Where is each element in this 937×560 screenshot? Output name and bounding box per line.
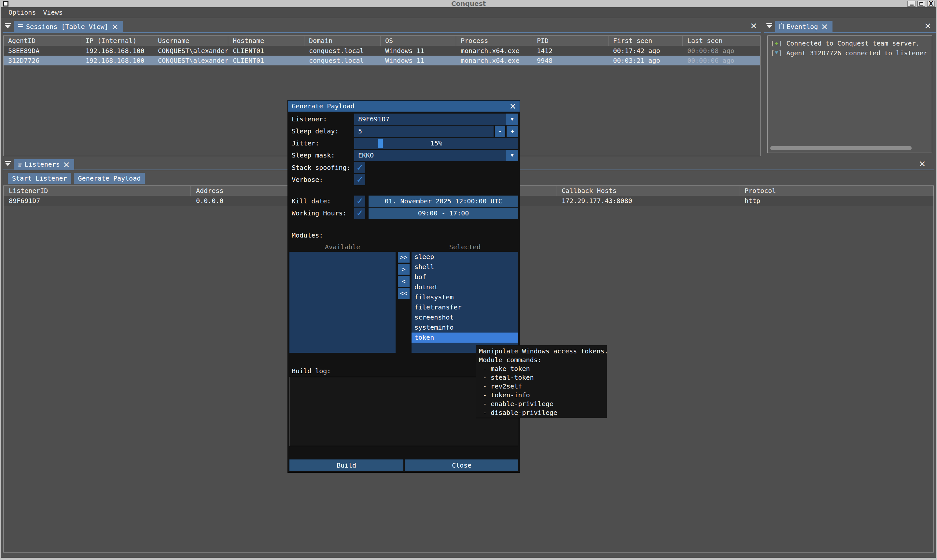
verbose-checkbox[interactable]: ✓ [354,174,365,185]
sleep-mask-select[interactable]: EKKO ▼ [354,150,518,161]
sessions-table-header: AgentID IP (Internal) Username Hostname … [3,36,760,46]
menu-options[interactable]: Options [5,7,39,18]
tab-sessions[interactable]: Sessions [Table View] × [14,21,123,32]
window-titlebar[interactable]: Conquest X [0,0,937,7]
tab-underline [764,32,936,33]
kill-date-checkbox[interactable]: ✓ [354,195,365,207]
module-item[interactable]: dotnet [411,282,518,292]
tab-close-icon[interactable]: × [63,160,70,169]
table-list-icon [18,25,23,29]
session-row-selected[interactable]: 312D7726 192.168.168.100 CONQUEST\alexan… [3,55,760,65]
module-tooltip: Manipulate Windows access tokens. Module… [476,345,607,418]
slider-handle[interactable] [378,138,383,148]
selected-modules-list: sleep shell bof dotnet filesystem filetr… [411,252,518,353]
module-item-selected[interactable]: token [411,332,518,343]
build-button[interactable]: Build [290,460,404,471]
tab-eventlog[interactable]: Eventlog × [775,21,832,32]
app-workspace: Options Views Sessions [Table View] × × … [1,7,936,558]
horizontal-scrollbar[interactable] [770,146,912,150]
col-agentid[interactable]: AgentID [3,36,81,46]
col-pid[interactable]: PID [532,36,609,46]
col-last-seen[interactable]: Last seen [683,36,760,46]
col-callback-hosts[interactable]: Callback Hosts [556,186,740,196]
listeners-dock-close-icon[interactable]: × [919,159,926,168]
col-domain[interactable]: Domain [304,36,381,46]
sessions-panel-header: Sessions [Table View] × × [3,20,761,32]
verbose-row: Verbose: ✓ [288,174,519,186]
dialog-titlebar[interactable]: Generate Payload × [288,100,519,112]
close-window-button[interactable]: X [927,1,935,7]
col-username[interactable]: Username [153,36,228,46]
tab-underline [3,32,761,33]
menu-views[interactable]: Views [39,7,66,18]
sleep-mask-row: Sleep mask: EKKO ▼ [288,150,519,161]
move-all-left-button[interactable]: << [398,288,410,299]
module-item[interactable]: bof [411,272,518,282]
tab-sessions-label: Sessions [Table View] [26,23,108,31]
listener-select-value: 89F691D7 [358,115,389,123]
eventlog-line: [+] Connected to Conquest team server. [771,38,929,48]
sleep-delay-increment-button[interactable]: + [507,126,518,137]
eventlog-panel-header: Eventlog × × [764,20,936,32]
selected-header: Selected [411,243,518,251]
tab-listeners[interactable]: ☏ Listeners × [14,159,74,169]
working-hours-checkbox[interactable]: ✓ [354,208,365,218]
available-header: Available [290,243,396,251]
clipboard-icon [780,24,784,29]
dock-menu-icon[interactable] [5,161,11,166]
jitter-row: Jitter: 15% [288,138,519,149]
col-first-seen[interactable]: First seen [609,36,683,46]
jitter-slider[interactable]: 15% [354,138,518,149]
tab-close-icon[interactable]: × [111,22,119,31]
move-right-button[interactable]: > [398,264,410,275]
move-all-right-button[interactable]: >> [398,252,410,263]
generate-payload-button[interactable]: Generate Payload [74,173,145,184]
check-icon: ✓ [357,207,363,218]
module-item[interactable]: systeminfo [411,323,518,332]
check-icon: ✓ [357,174,363,185]
chevron-down-icon[interactable]: ▼ [506,150,518,161]
col-hostname[interactable]: Hostname [228,36,304,46]
module-item[interactable]: sleep [411,252,518,262]
tab-close-icon[interactable]: × [821,22,828,31]
col-process[interactable]: Process [456,36,532,46]
close-button[interactable]: Close [405,460,518,471]
sessions-dock-close-icon[interactable]: × [750,21,757,30]
dialog-close-icon[interactable]: × [509,100,516,112]
chevron-down-icon[interactable]: ▼ [506,114,518,125]
stack-spoofing-checkbox[interactable]: ✓ [354,162,365,173]
build-log-label: Build log: [292,367,331,375]
tab-listeners-label: Listeners [25,160,60,168]
maximize-button[interactable] [917,1,925,7]
working-hours-row: Working Hours: ✓ 09:00 - 17:00 [288,208,519,219]
session-row[interactable]: 58EE89DA 192.168.168.100 CONQUEST\alexan… [3,46,760,55]
col-listenerid[interactable]: ListenerID [3,186,191,196]
sleep-delay-decrement-button[interactable]: - [495,126,505,137]
minimize-icon [910,5,914,6]
module-item[interactable]: shell [411,262,518,272]
col-ip[interactable]: IP (Internal) [81,36,153,46]
check-icon: ✓ [357,162,363,173]
available-modules-list[interactable] [290,252,396,353]
listener-field-row: Listener: 89F691D7 ▼ [288,114,519,125]
dock-menu-icon[interactable] [5,23,11,28]
move-left-button[interactable]: < [398,276,410,287]
working-hours-button[interactable]: 09:00 - 17:00 [368,208,518,219]
module-item[interactable]: screenshot [411,312,518,323]
module-item[interactable]: filesystem [411,292,518,302]
col-os[interactable]: OS [381,36,456,46]
eventlog-dock-close-icon[interactable]: × [924,21,931,30]
kill-date-button[interactable]: 01. November 2025 12:00:00 UTC [368,195,518,207]
window-title: Conquest [0,0,937,7]
eventlog-line: [*] Agent 312D7726 connected to listener [771,48,929,58]
sleep-delay-input[interactable]: 5 [354,126,493,137]
col-protocol[interactable]: Protocol [740,186,934,196]
eventlog-output: [+] Connected to Conquest team server. [… [767,35,932,153]
start-listener-button[interactable]: Start Listener [8,173,71,184]
maximize-icon [919,2,923,6]
listener-select[interactable]: 89F691D7 ▼ [354,114,518,125]
dock-menu-icon[interactable] [766,23,772,28]
close-icon: X [929,1,933,6]
module-item[interactable]: filetransfer [411,302,518,312]
minimize-button[interactable] [908,1,915,7]
